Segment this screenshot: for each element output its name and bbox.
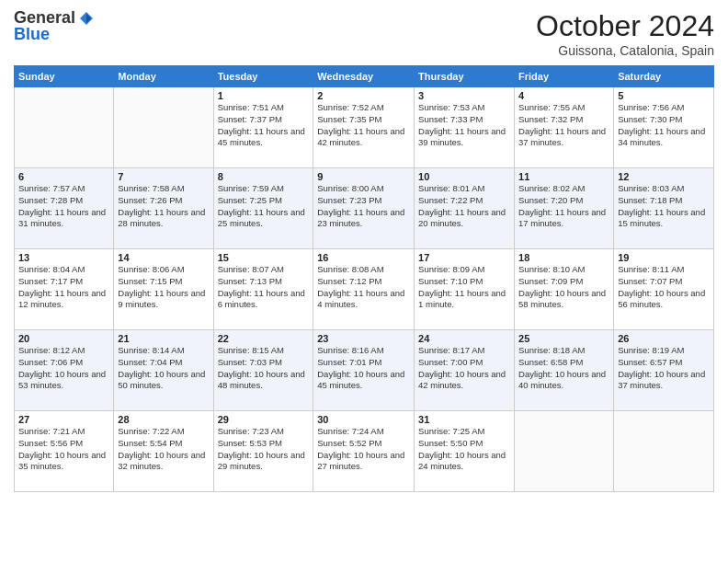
calendar-cell bbox=[515, 411, 614, 492]
logo-flag-icon bbox=[78, 10, 95, 27]
calendar-cell: 5Sunrise: 7:56 AMSunset: 7:30 PMDaylight… bbox=[614, 87, 714, 168]
day-number: 27 bbox=[18, 414, 109, 425]
day-number: 20 bbox=[18, 333, 109, 344]
calendar-cell: 23Sunrise: 8:16 AMSunset: 7:01 PMDayligh… bbox=[313, 330, 415, 411]
day-number: 1 bbox=[218, 90, 310, 101]
day-info: Sunrise: 8:00 AMSunset: 7:23 PMDaylight:… bbox=[317, 183, 410, 230]
day-info: Sunrise: 7:55 AMSunset: 7:32 PMDaylight:… bbox=[518, 102, 609, 149]
header: General Blue October 2024 Guissona, Cata… bbox=[14, 9, 714, 58]
day-info: Sunrise: 8:08 AMSunset: 7:12 PMDaylight:… bbox=[317, 264, 410, 311]
day-number: 11 bbox=[518, 171, 609, 182]
calendar-cell: 21Sunrise: 8:14 AMSunset: 7:04 PMDayligh… bbox=[114, 330, 213, 411]
col-sunday: Sunday bbox=[15, 66, 114, 87]
day-info: Sunrise: 7:23 AMSunset: 5:53 PMDaylight:… bbox=[218, 426, 310, 473]
day-number: 21 bbox=[118, 333, 209, 344]
day-info: Sunrise: 7:25 AMSunset: 5:50 PMDaylight:… bbox=[418, 426, 510, 473]
day-info: Sunrise: 8:17 AMSunset: 7:00 PMDaylight:… bbox=[418, 345, 510, 392]
day-info: Sunrise: 7:58 AMSunset: 7:26 PMDaylight:… bbox=[118, 183, 209, 230]
calendar-cell: 10Sunrise: 8:01 AMSunset: 7:22 PMDayligh… bbox=[415, 168, 515, 249]
day-number: 19 bbox=[618, 252, 710, 263]
page-container: General Blue October 2024 Guissona, Cata… bbox=[0, 0, 728, 563]
calendar-week-row: 13Sunrise: 8:04 AMSunset: 7:17 PMDayligh… bbox=[15, 249, 714, 330]
col-thursday: Thursday bbox=[415, 66, 515, 87]
day-number: 3 bbox=[418, 90, 510, 101]
day-number: 18 bbox=[518, 252, 609, 263]
day-info: Sunrise: 8:03 AMSunset: 7:18 PMDaylight:… bbox=[618, 183, 710, 230]
day-info: Sunrise: 7:21 AMSunset: 5:56 PMDaylight:… bbox=[18, 426, 109, 473]
day-number: 16 bbox=[317, 252, 410, 263]
calendar-cell: 18Sunrise: 8:10 AMSunset: 7:09 PMDayligh… bbox=[515, 249, 614, 330]
calendar-cell: 12Sunrise: 8:03 AMSunset: 7:18 PMDayligh… bbox=[614, 168, 714, 249]
calendar-cell: 19Sunrise: 8:11 AMSunset: 7:07 PMDayligh… bbox=[614, 249, 714, 330]
day-number: 12 bbox=[618, 171, 710, 182]
day-info: Sunrise: 8:07 AMSunset: 7:13 PMDaylight:… bbox=[218, 264, 310, 311]
calendar-cell: 8Sunrise: 7:59 AMSunset: 7:25 PMDaylight… bbox=[213, 168, 313, 249]
day-number: 14 bbox=[118, 252, 209, 263]
day-number: 25 bbox=[518, 333, 609, 344]
col-monday: Monday bbox=[114, 66, 213, 87]
day-info: Sunrise: 8:02 AMSunset: 7:20 PMDaylight:… bbox=[518, 183, 609, 230]
calendar-cell: 29Sunrise: 7:23 AMSunset: 5:53 PMDayligh… bbox=[213, 411, 313, 492]
day-info: Sunrise: 7:51 AMSunset: 7:37 PMDaylight:… bbox=[218, 102, 310, 149]
day-info: Sunrise: 8:10 AMSunset: 7:09 PMDaylight:… bbox=[518, 264, 609, 311]
calendar-cell bbox=[614, 411, 714, 492]
day-number: 4 bbox=[518, 90, 609, 101]
day-info: Sunrise: 8:19 AMSunset: 6:57 PMDaylight:… bbox=[618, 345, 710, 392]
day-number: 31 bbox=[418, 414, 510, 425]
calendar-week-row: 27Sunrise: 7:21 AMSunset: 5:56 PMDayligh… bbox=[15, 411, 714, 492]
day-info: Sunrise: 7:56 AMSunset: 7:30 PMDaylight:… bbox=[618, 102, 710, 149]
calendar-cell: 30Sunrise: 7:24 AMSunset: 5:52 PMDayligh… bbox=[313, 411, 415, 492]
title-block: October 2024 Guissona, Catalonia, Spain bbox=[536, 9, 714, 58]
day-number: 9 bbox=[317, 171, 410, 182]
day-number: 26 bbox=[618, 333, 710, 344]
day-info: Sunrise: 7:22 AMSunset: 5:54 PMDaylight:… bbox=[118, 426, 209, 473]
calendar-cell: 1Sunrise: 7:51 AMSunset: 7:37 PMDaylight… bbox=[213, 87, 313, 168]
calendar-week-row: 6Sunrise: 7:57 AMSunset: 7:28 PMDaylight… bbox=[15, 168, 714, 249]
day-info: Sunrise: 7:24 AMSunset: 5:52 PMDaylight:… bbox=[317, 426, 410, 473]
day-info: Sunrise: 8:15 AMSunset: 7:03 PMDaylight:… bbox=[218, 345, 310, 392]
calendar-cell: 14Sunrise: 8:06 AMSunset: 7:15 PMDayligh… bbox=[114, 249, 213, 330]
location-subtitle: Guissona, Catalonia, Spain bbox=[536, 43, 714, 58]
day-info: Sunrise: 8:14 AMSunset: 7:04 PMDaylight:… bbox=[118, 345, 209, 392]
day-info: Sunrise: 8:06 AMSunset: 7:15 PMDaylight:… bbox=[118, 264, 209, 311]
day-info: Sunrise: 7:59 AMSunset: 7:25 PMDaylight:… bbox=[218, 183, 310, 230]
calendar-cell: 28Sunrise: 7:22 AMSunset: 5:54 PMDayligh… bbox=[114, 411, 213, 492]
calendar-cell: 6Sunrise: 7:57 AMSunset: 7:28 PMDaylight… bbox=[15, 168, 114, 249]
day-info: Sunrise: 8:12 AMSunset: 7:06 PMDaylight:… bbox=[18, 345, 109, 392]
calendar-cell: 20Sunrise: 8:12 AMSunset: 7:06 PMDayligh… bbox=[15, 330, 114, 411]
col-saturday: Saturday bbox=[614, 66, 714, 87]
calendar-week-row: 1Sunrise: 7:51 AMSunset: 7:37 PMDaylight… bbox=[15, 87, 714, 168]
day-info: Sunrise: 7:57 AMSunset: 7:28 PMDaylight:… bbox=[18, 183, 109, 230]
calendar-cell: 3Sunrise: 7:53 AMSunset: 7:33 PMDaylight… bbox=[415, 87, 515, 168]
day-number: 28 bbox=[118, 414, 209, 425]
calendar-cell: 7Sunrise: 7:58 AMSunset: 7:26 PMDaylight… bbox=[114, 168, 213, 249]
logo-blue-text: Blue bbox=[14, 26, 50, 44]
col-friday: Friday bbox=[515, 66, 614, 87]
day-number: 17 bbox=[418, 252, 510, 263]
month-title: October 2024 bbox=[536, 9, 714, 43]
calendar-cell: 27Sunrise: 7:21 AMSunset: 5:56 PMDayligh… bbox=[15, 411, 114, 492]
day-info: Sunrise: 7:52 AMSunset: 7:35 PMDaylight:… bbox=[317, 102, 410, 149]
calendar-cell: 13Sunrise: 8:04 AMSunset: 7:17 PMDayligh… bbox=[15, 249, 114, 330]
calendar-cell bbox=[114, 87, 213, 168]
day-number: 6 bbox=[18, 171, 109, 182]
calendar-cell: 17Sunrise: 8:09 AMSunset: 7:10 PMDayligh… bbox=[415, 249, 515, 330]
calendar-week-row: 20Sunrise: 8:12 AMSunset: 7:06 PMDayligh… bbox=[15, 330, 714, 411]
day-number: 24 bbox=[418, 333, 510, 344]
calendar-table: Sunday Monday Tuesday Wednesday Thursday… bbox=[14, 65, 714, 492]
day-info: Sunrise: 8:01 AMSunset: 7:22 PMDaylight:… bbox=[418, 183, 510, 230]
day-info: Sunrise: 7:53 AMSunset: 7:33 PMDaylight:… bbox=[418, 102, 510, 149]
calendar-cell: 24Sunrise: 8:17 AMSunset: 7:00 PMDayligh… bbox=[415, 330, 515, 411]
calendar-header-row: Sunday Monday Tuesday Wednesday Thursday… bbox=[15, 66, 714, 87]
calendar-cell: 31Sunrise: 7:25 AMSunset: 5:50 PMDayligh… bbox=[415, 411, 515, 492]
day-info: Sunrise: 8:16 AMSunset: 7:01 PMDaylight:… bbox=[317, 345, 410, 392]
calendar-cell: 16Sunrise: 8:08 AMSunset: 7:12 PMDayligh… bbox=[313, 249, 415, 330]
day-info: Sunrise: 8:18 AMSunset: 6:58 PMDaylight:… bbox=[518, 345, 609, 392]
calendar-cell: 25Sunrise: 8:18 AMSunset: 6:58 PMDayligh… bbox=[515, 330, 614, 411]
day-info: Sunrise: 8:04 AMSunset: 7:17 PMDaylight:… bbox=[18, 264, 109, 311]
calendar-cell: 2Sunrise: 7:52 AMSunset: 7:35 PMDaylight… bbox=[313, 87, 415, 168]
day-number: 7 bbox=[118, 171, 209, 182]
calendar-cell: 11Sunrise: 8:02 AMSunset: 7:20 PMDayligh… bbox=[515, 168, 614, 249]
calendar-cell: 4Sunrise: 7:55 AMSunset: 7:32 PMDaylight… bbox=[515, 87, 614, 168]
calendar-cell: 26Sunrise: 8:19 AMSunset: 6:57 PMDayligh… bbox=[614, 330, 714, 411]
